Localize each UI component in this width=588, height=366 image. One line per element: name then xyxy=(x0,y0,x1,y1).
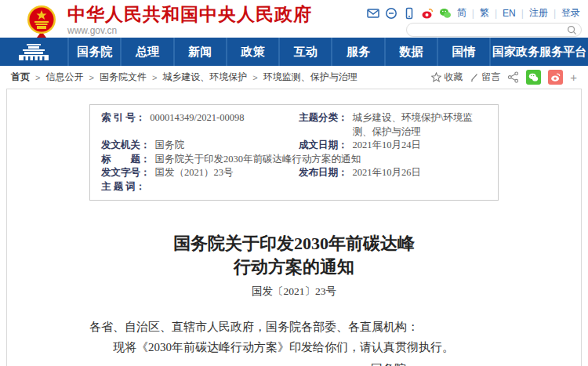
meta-row: 主 题 词： xyxy=(101,180,487,194)
breadcrumb-urban-environment[interactable]: 城乡建设、环境保护 xyxy=(162,71,247,84)
nav-item-news[interactable]: 新闻 xyxy=(173,38,226,66)
meta-value-doc-number: 国发（2021）23号 xyxy=(155,166,234,180)
nav-item-gov-service-platform[interactable]: 国家政务服务平台 xyxy=(489,38,588,66)
meta-label-keywords: 主 题 词： xyxy=(101,180,145,194)
breadcrumb-state-council-docs[interactable]: 国务院文件 xyxy=(100,71,147,84)
nav-item-services[interactable]: 服务 xyxy=(331,38,383,66)
document-body: 各省、自治区、直辖市人民政府，国务院各部委、各直属机构： 现将《2030年前碳达… xyxy=(89,317,499,366)
site-search xyxy=(406,23,582,37)
link-separator: | xyxy=(472,8,474,19)
register-link[interactable]: 注册 xyxy=(529,6,548,20)
breadcrumb-separator: > xyxy=(152,73,157,82)
mobile-icon[interactable] xyxy=(403,7,416,20)
link-separator: | xyxy=(554,8,556,19)
meta-value-title: 国务院关于印发2030年前碳达峰行动方案的通知 xyxy=(155,153,361,167)
search-input[interactable] xyxy=(415,24,560,35)
breadcrumb-home[interactable]: 首页 xyxy=(11,71,30,84)
meta-row: 标 题：国务院关于印发2030年前碳达峰行动方案的通知 xyxy=(101,153,487,167)
lang-traditional-link[interactable]: 繁 xyxy=(480,6,489,20)
meta-row: 索 引 号：000014349/2021-00098 主题分类：城乡建设、环境保… xyxy=(101,111,487,139)
meta-label-publish-date: 发布日期： xyxy=(299,166,348,180)
breadcrumb-env-monitoring[interactable]: 环境监测、保护与治理 xyxy=(263,71,358,84)
document-title-line2: 行动方案的通知 xyxy=(7,255,581,279)
meta-value-category: 城乡建设、环境保护\环境监测、保护与治理 xyxy=(353,111,488,139)
meta-label-title: 标 题： xyxy=(101,153,151,167)
link-separator: | xyxy=(521,8,524,19)
body-paragraph: 现将《2030年前碳达峰行动方案》印发给你们，请认真贯彻执行。 xyxy=(89,337,499,357)
site-title[interactable]: 中华人民共和国中央人民政府 xyxy=(67,4,312,24)
meta-label-doc-number: 发文字号： xyxy=(101,166,151,180)
weibo-icon[interactable] xyxy=(421,7,434,20)
nav-home-tab[interactable] xyxy=(0,38,67,66)
breadcrumb-separator: > xyxy=(89,73,93,82)
meta-value-index: 000014349/2021-00098 xyxy=(150,111,244,139)
breadcrumb-info-disclosure[interactable]: 信息公开 xyxy=(45,71,83,84)
meta-label-index: 索 引 号： xyxy=(101,111,145,139)
nav-item-interaction[interactable]: 互动 xyxy=(278,38,331,66)
comment-label: 留言 xyxy=(481,71,500,84)
salutation: 各省、自治区、直辖市人民政府，国务院各部委、各直属机构： xyxy=(89,317,499,337)
comment-button[interactable]: 留言 xyxy=(470,71,500,84)
breadcrumb: 首页 > 信息公开 > 国务院文件 > 城乡建设、环境保护 > 环境监测、保护与… xyxy=(0,66,588,89)
wechat-share-icon[interactable] xyxy=(526,70,541,85)
nav-item-data[interactable]: 数据 xyxy=(384,38,437,66)
meta-row: 发文字号：国发（2021）23号 发布日期：2021年10月26日 xyxy=(101,166,487,180)
meta-value-publish-date: 2021年10月26日 xyxy=(353,166,422,180)
signer: 国务院 xyxy=(347,359,430,366)
meta-value-written-date: 2021年10月24日 xyxy=(353,139,422,153)
document-title: 国务院关于印发2030年前碳达峰 行动方案的通知 xyxy=(7,232,581,279)
site-url: www.gov.cn xyxy=(67,25,312,36)
document-panel: 索 引 号：000014349/2021-00098 主题分类：城乡建设、环境保… xyxy=(6,89,582,366)
wechat-icon[interactable] xyxy=(439,7,452,20)
site-title-block: 中华人民共和国中央人民政府 www.gov.cn xyxy=(67,4,312,36)
client-app-icon[interactable] xyxy=(385,7,397,20)
meta-row: 发文机关：国务院 成文日期：2021年10月24日 xyxy=(101,139,487,153)
nav-item-policy[interactable]: 政策 xyxy=(226,38,278,66)
more-share-button[interactable]: + xyxy=(570,71,577,84)
document-meta-table: 索 引 号：000014349/2021-00098 主题分类：城乡建设、环境保… xyxy=(89,104,499,201)
site-header: 中华人民共和国中央人民政府 www.gov.cn 简 | 繁 | EN | 注册… xyxy=(0,0,588,38)
favorite-button[interactable]: 收藏 xyxy=(431,71,463,84)
header-quick-links: 简 | 繁 | EN | 注册 | 登录 xyxy=(367,6,580,20)
document-number: 国发〔2021〕23号 xyxy=(7,284,581,299)
breadcrumb-separator: > xyxy=(35,73,40,82)
main-nav: 国务院 总理 新闻 政策 互动 服务 数据 国情 国家政务服务平台 xyxy=(0,38,588,66)
pencil-icon xyxy=(470,73,479,82)
document-header: 国务院关于印发2030年前碳达峰 行动方案的通知 国发〔2021〕23号 xyxy=(7,232,581,299)
share-icon[interactable] xyxy=(507,71,519,83)
meta-label-issuing-agency: 发文机关： xyxy=(101,139,151,153)
nav-item-national-conditions[interactable]: 国情 xyxy=(437,38,489,66)
lang-simplified-link[interactable]: 简 xyxy=(457,6,466,20)
nav-item-state-council[interactable]: 国务院 xyxy=(67,38,120,66)
meta-label-category: 主题分类： xyxy=(299,111,348,139)
national-emblem-logo xyxy=(24,5,60,38)
nav-item-premier[interactable]: 总理 xyxy=(120,38,172,66)
signature-block: 国务院 2021年10月24日 xyxy=(347,359,430,366)
favorite-label: 收藏 xyxy=(444,71,463,84)
star-icon xyxy=(431,72,441,82)
lang-english-link[interactable]: EN xyxy=(503,8,516,19)
page-actions: 收藏 留言 + xyxy=(431,70,577,85)
login-link[interactable]: 登录 xyxy=(561,6,580,20)
link-separator: | xyxy=(495,8,497,19)
search-icon[interactable] xyxy=(567,25,577,35)
mail-icon[interactable] xyxy=(367,7,379,20)
meta-label-written-date: 成文日期： xyxy=(299,139,348,153)
meta-value-issuing-agency: 国务院 xyxy=(155,139,185,153)
breadcrumb-separator: > xyxy=(252,73,257,82)
weibo-share-icon[interactable] xyxy=(548,70,563,85)
document-title-line1: 国务院关于印发2030年前碳达峰 xyxy=(7,232,581,255)
tiananmen-home-icon xyxy=(17,43,50,60)
